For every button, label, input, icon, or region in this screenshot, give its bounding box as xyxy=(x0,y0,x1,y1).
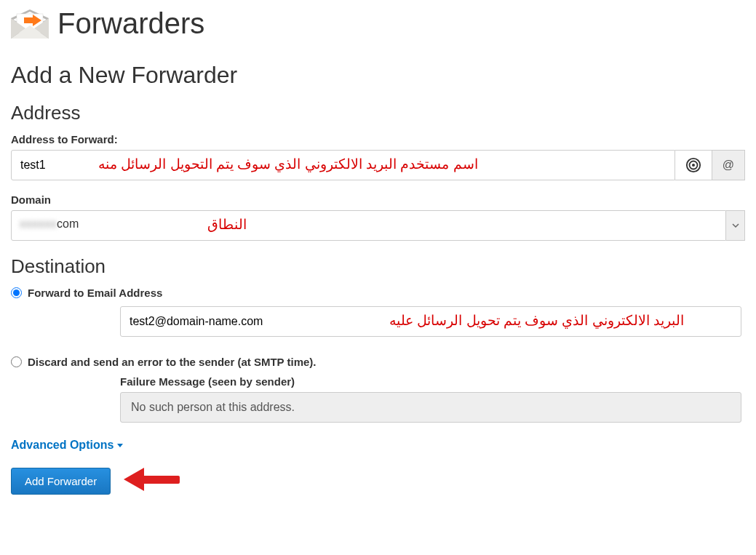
page-title: Forwarders xyxy=(57,7,204,40)
forward-radio-row: Forward to Email Address xyxy=(11,287,745,299)
submit-row: Add Forwarder xyxy=(11,465,745,497)
caret-down-icon xyxy=(117,444,123,447)
address-to-forward-input[interactable] xyxy=(11,150,675,180)
svg-rect-6 xyxy=(24,17,33,23)
failure-message-label: Failure Message (seen by sender) xyxy=(120,375,741,388)
add-forwarder-heading: Add a New Forwarder xyxy=(11,62,745,89)
discard-radio-label: Discard and send an error to the sender … xyxy=(28,356,316,368)
domain-select[interactable] xyxy=(11,210,726,241)
at-symbol-addon: @ xyxy=(712,150,745,180)
destination-heading: Destination xyxy=(11,255,745,278)
add-forwarder-button[interactable]: Add Forwarder xyxy=(11,468,111,495)
advanced-options-toggle[interactable]: Advanced Options xyxy=(11,439,123,452)
forward-email-input[interactable] xyxy=(120,306,741,337)
chevron-down-icon[interactable] xyxy=(726,210,745,241)
discard-radio-row: Discard and send an error to the sender … xyxy=(11,356,745,368)
address-heading: Address xyxy=(11,102,745,124)
forwarders-icon xyxy=(11,9,49,39)
page-header: Forwarders xyxy=(11,7,745,40)
verify-icon[interactable] xyxy=(675,150,712,180)
discard-radio[interactable] xyxy=(11,356,22,367)
svg-marker-12 xyxy=(124,468,144,491)
forward-radio[interactable] xyxy=(11,287,22,298)
failure-message-value: No such person at this address. xyxy=(120,392,741,423)
address-to-forward-label: Address to Forward: xyxy=(11,133,745,145)
domain-select-wrap: xxxxxxcom النطاق xyxy=(11,210,745,241)
address-input-group: اسم مستخدم البريد الالكتروني الذي سوف يت… xyxy=(11,150,745,180)
advanced-options-label: Advanced Options xyxy=(11,439,114,452)
arrow-annotation-icon xyxy=(124,465,182,497)
forward-radio-label: Forward to Email Address xyxy=(28,287,162,299)
svg-rect-11 xyxy=(140,476,180,484)
domain-label: Domain xyxy=(11,193,745,206)
svg-point-10 xyxy=(692,164,695,167)
